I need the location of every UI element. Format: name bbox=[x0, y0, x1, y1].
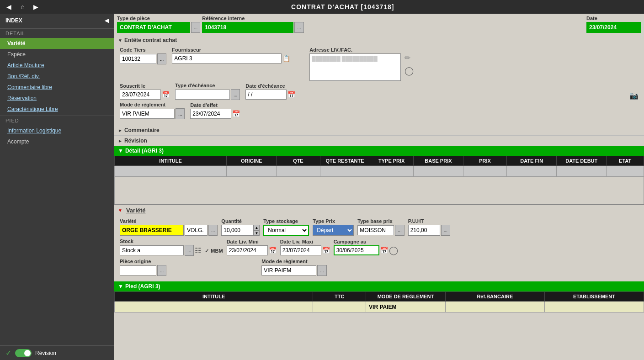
mode-reglement-btn[interactable]: ... bbox=[176, 108, 185, 119]
cell-qte-restante bbox=[320, 166, 370, 177]
sidebar-item-bon-ref[interactable]: Bon./Réf. div. bbox=[0, 71, 114, 82]
variete-form: Variété ... Quantité ▲ ▼ bbox=[114, 216, 644, 281]
revision-section-header[interactable]: ► Révision bbox=[114, 135, 644, 146]
piece-header: Type de pièce ... Référence interne ... … bbox=[114, 14, 644, 35]
check-icon: ✓ bbox=[5, 349, 11, 357]
piece-origine-input[interactable] bbox=[120, 265, 156, 275]
detail-section-header[interactable]: ▼ Détail (AGRI 3) bbox=[114, 146, 644, 156]
code-tiers-label: Code Tiers bbox=[120, 47, 166, 53]
code-tiers-input[interactable] bbox=[120, 54, 156, 64]
nav-forward-button[interactable]: ▶ bbox=[31, 2, 41, 11]
code-tiers-btn[interactable]: ... bbox=[157, 53, 166, 64]
date-echeance-cal-icon[interactable]: 📅 bbox=[287, 91, 295, 98]
date-effet-cal-icon[interactable]: 📅 bbox=[232, 110, 240, 117]
sidebar-item-caracteristique-libre[interactable]: Caractéristique Libre bbox=[0, 104, 114, 115]
nav-home-button[interactable]: ⌂ bbox=[18, 2, 27, 11]
type-base-prix-input[interactable] bbox=[357, 225, 394, 235]
pied-cell-ref bbox=[445, 302, 544, 312]
entete-section-header[interactable]: ▼ Entête contrat achat bbox=[114, 35, 644, 45]
fournisseur-input[interactable] bbox=[172, 53, 282, 64]
sidebar-item-espece[interactable]: Espèce bbox=[0, 49, 114, 60]
pied-col-ref: Ref.BANCAIRE bbox=[445, 292, 544, 302]
date-liv-maxi-input[interactable] bbox=[280, 245, 321, 255]
date-echeance-input[interactable] bbox=[245, 90, 287, 100]
pied-section-header[interactable]: ▼ Pied (AGRI 3) bbox=[114, 281, 644, 291]
revision-toggle[interactable] bbox=[15, 349, 32, 357]
sidebar-item-reservation[interactable]: Réservation bbox=[0, 93, 114, 104]
pied-cell-etablissement bbox=[544, 302, 644, 312]
type-prix-select[interactable]: Départ Arrivée Franco bbox=[313, 225, 354, 236]
date-liv-maxi-cal-icon[interactable]: 📅 bbox=[322, 247, 330, 254]
campagne-au-input[interactable] bbox=[334, 245, 379, 255]
quantite-input[interactable] bbox=[221, 225, 253, 236]
souscrit-cal-icon[interactable]: 📅 bbox=[162, 91, 170, 98]
ref-interne-btn[interactable]: ... bbox=[294, 22, 303, 33]
sidebar-detail-label: DETAIL bbox=[0, 28, 114, 38]
detail-table: INTITULE ORIGINE QTE QTE RESTANTE TYPE P… bbox=[114, 156, 644, 204]
mode-reglement-variete-btn[interactable]: ... bbox=[317, 265, 326, 276]
stock-grid-icon[interactable]: ☷ bbox=[195, 246, 201, 255]
sidebar-item-variete[interactable]: Variété bbox=[0, 38, 114, 49]
type-stockage-select[interactable]: Normal Départ Arrivée bbox=[263, 225, 309, 236]
commentaire-section-header[interactable]: ► Commentaire bbox=[114, 125, 644, 135]
piece-origine-btn[interactable]: ... bbox=[157, 265, 166, 276]
puht-input[interactable] bbox=[408, 225, 440, 236]
cell-date-debut bbox=[557, 166, 607, 177]
variete-title: Variété bbox=[126, 207, 146, 214]
cell-type-prix bbox=[370, 166, 413, 177]
date-liv-mini-cal-icon[interactable]: 📅 bbox=[269, 247, 277, 254]
col-qte: QTE bbox=[277, 156, 320, 166]
campagne-cal-icon[interactable]: 📅 bbox=[380, 247, 388, 254]
cell-qte bbox=[277, 166, 320, 177]
date-echeance-label: Date d'échéance bbox=[245, 83, 295, 89]
date-effet-input[interactable] bbox=[190, 109, 231, 119]
pencil-icon[interactable]: ✏ bbox=[404, 53, 414, 62]
date-group: Date bbox=[586, 16, 641, 33]
mode-reglement-variete-label: Mode de règlement bbox=[261, 259, 326, 264]
sidebar-item-commentaire-libre[interactable]: Commentaire libre bbox=[0, 82, 114, 93]
sidebar-item-article-mouture[interactable]: Article Mouture bbox=[0, 60, 114, 71]
copy-icon[interactable]: 📋 bbox=[282, 55, 290, 62]
variete-section-header[interactable]: ▼ Variété bbox=[114, 204, 644, 216]
sidebar-collapse-icon[interactable]: ◀ bbox=[105, 17, 109, 24]
content-area: Type de pièce ... Référence interne ... … bbox=[114, 14, 644, 360]
pied-col-etablissement: ETABLISSEMENT bbox=[544, 292, 644, 302]
sidebar-item-acompte[interactable]: Acompte bbox=[0, 136, 114, 147]
qty-up-button[interactable]: ▲ bbox=[253, 225, 260, 230]
mode-reglement-variete-input[interactable] bbox=[261, 265, 316, 275]
qty-down-button[interactable]: ▼ bbox=[253, 230, 260, 236]
variete-arrow-icon: ▼ bbox=[118, 208, 122, 213]
sidebar: INDEX ◀ DETAIL Variété Espèce Article Mo… bbox=[0, 14, 114, 360]
type-piece-input[interactable] bbox=[117, 22, 190, 33]
sidebar-pied-label: PIED bbox=[0, 116, 114, 125]
nav-back-button[interactable]: ◀ bbox=[4, 2, 14, 11]
variete-btn[interactable]: ... bbox=[208, 225, 218, 236]
stock-input[interactable] bbox=[120, 245, 184, 255]
pied-title: Pied (AGRI 3) bbox=[125, 283, 160, 290]
revision-triangle-icon: ► bbox=[118, 138, 122, 143]
commentaire-title: Commentaire bbox=[124, 127, 160, 133]
stock-btn[interactable]: ... bbox=[185, 245, 194, 256]
volg-input[interactable] bbox=[185, 225, 208, 236]
souscrit-input[interactable] bbox=[120, 90, 161, 100]
puht-btn[interactable]: ... bbox=[441, 225, 450, 236]
ref-interne-input[interactable] bbox=[202, 22, 293, 33]
check-circle-icon: ◯ bbox=[404, 66, 414, 76]
camera-icon[interactable]: 📷 bbox=[629, 92, 639, 100]
type-stockage-label: Type stockage bbox=[263, 218, 309, 224]
type-base-prix-btn[interactable]: ... bbox=[395, 225, 404, 236]
mode-reglement-label: Mode de règlement bbox=[120, 102, 185, 107]
type-echeance-input[interactable] bbox=[175, 90, 230, 100]
date-liv-mini-input[interactable] bbox=[227, 245, 268, 255]
date-input[interactable] bbox=[586, 22, 641, 33]
date-liv-mini-label: Date Liv. Mini bbox=[227, 239, 277, 244]
type-echeance-btn[interactable]: ... bbox=[231, 89, 240, 100]
sidebar-item-info-logistique[interactable]: Information Logistique bbox=[0, 125, 114, 136]
adresse-label: Adresse LIV./FAC. bbox=[309, 47, 414, 53]
pied-col-mode: MODE DE REGLEMENT bbox=[366, 292, 446, 302]
cell-date-fin bbox=[507, 166, 557, 177]
commentaire-triangle-icon: ► bbox=[118, 128, 122, 133]
mode-reglement-input[interactable] bbox=[120, 109, 175, 119]
type-piece-btn[interactable]: ... bbox=[191, 22, 200, 33]
variete-value-input[interactable] bbox=[120, 225, 184, 236]
